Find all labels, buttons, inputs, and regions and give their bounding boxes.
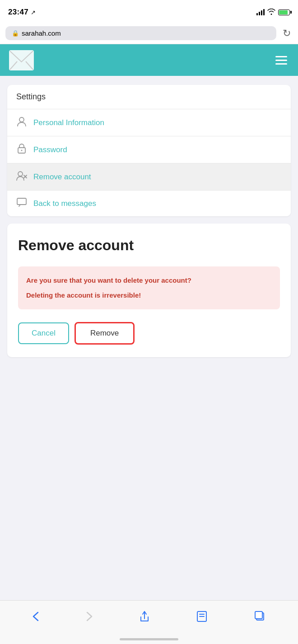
svg-point-5 [21, 150, 23, 151]
settings-item-messages[interactable]: Back to messages [7, 191, 291, 216]
back-to-messages-label: Back to messages [33, 199, 96, 208]
browser-share-button[interactable] [135, 608, 154, 625]
app-header [0, 44, 298, 76]
settings-item-password[interactable]: Password [7, 136, 291, 163]
lock-settings-icon [16, 144, 27, 156]
svg-point-6 [18, 172, 23, 176]
logo-envelope-icon [9, 50, 34, 70]
browser-tabs-button[interactable] [250, 608, 270, 625]
remove-account-icon [16, 171, 27, 183]
settings-item-remove[interactable]: Remove account [7, 163, 291, 191]
password-label: Password [33, 145, 67, 154]
remove-account-title: Remove account [18, 237, 280, 254]
location-icon: ↗ [31, 9, 36, 16]
remove-button[interactable]: Remove [74, 322, 135, 345]
svg-rect-15 [255, 611, 262, 619]
action-buttons: Cancel Remove [18, 322, 280, 345]
warning-line-2: Deleting the account is irreversible! [26, 290, 272, 301]
status-bar: 23:47 ↗ [0, 0, 298, 23]
remove-account-label: Remove account [33, 173, 91, 182]
signal-bars-icon [256, 9, 265, 15]
warning-text: Are you sure that you want to delete you… [26, 275, 272, 300]
url-bar[interactable]: 🔒 sarahah.com [5, 26, 276, 40]
cancel-button[interactable]: Cancel [18, 322, 69, 344]
browser-back-button[interactable] [28, 609, 43, 624]
hamburger-menu-button[interactable] [274, 54, 289, 66]
hamburger-line-2 [275, 60, 287, 61]
home-indicator [0, 636, 298, 644]
lock-icon: 🔒 [12, 30, 19, 37]
remove-account-section: Remove account Are you sure that you wan… [7, 224, 291, 357]
browser-forward-button[interactable] [82, 609, 97, 624]
warning-line-1: Are you sure that you want to delete you… [26, 275, 272, 286]
browser-bookmark-button[interactable] [192, 608, 212, 625]
settings-item-personal[interactable]: Personal Information [7, 109, 291, 136]
battery-icon [278, 9, 290, 15]
svg-point-3 [19, 117, 24, 122]
main-content: Settings Personal Information Password [0, 76, 298, 600]
warning-box: Are you sure that you want to delete you… [18, 266, 280, 309]
home-bar [120, 638, 178, 640]
status-time: 23:47 [8, 8, 28, 17]
browser-bar: 🔒 sarahah.com ↻ [0, 23, 298, 44]
hamburger-line-3 [275, 63, 287, 65]
browser-bottom-bar [0, 600, 298, 636]
url-text: sarahah.com [22, 29, 61, 37]
status-icons [256, 9, 290, 16]
messages-icon [16, 198, 27, 209]
wifi-icon [267, 9, 275, 16]
settings-title: Settings [7, 85, 291, 109]
personal-information-label: Personal Information [33, 118, 104, 127]
settings-card: Settings Personal Information Password [7, 85, 291, 216]
svg-rect-9 [17, 198, 26, 205]
person-icon [16, 117, 27, 129]
hamburger-line-1 [275, 56, 287, 57]
reload-button[interactable]: ↻ [281, 28, 293, 39]
